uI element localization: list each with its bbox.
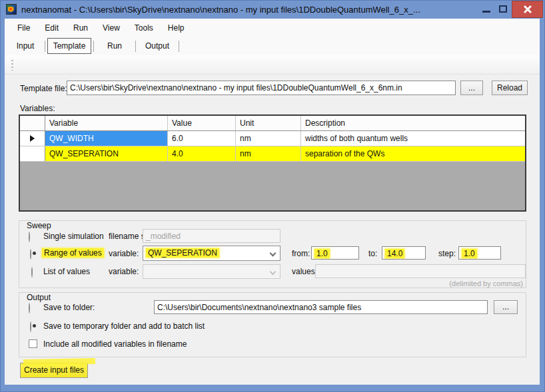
step-label: step:	[438, 249, 456, 258]
list-variable-combobox[interactable]	[143, 264, 280, 279]
menu-view[interactable]: View	[95, 21, 127, 35]
output-folder-input[interactable]: C:\Users\bir\Documents\nextnano\nextnano…	[154, 300, 488, 314]
output-group: Output Save to folder: C:\Users\bir\Docu…	[19, 292, 526, 357]
range-variable-combobox[interactable]: QW_SEPERATION	[143, 246, 280, 261]
minimize-icon	[482, 11, 490, 13]
template-file-label: Template file:	[20, 84, 67, 93]
cell-value[interactable]: 4.0	[168, 146, 236, 161]
row-selector-cell[interactable]	[20, 131, 45, 146]
menu-run[interactable]: Run	[66, 21, 95, 35]
values-label: values:	[292, 267, 317, 276]
cell-variable[interactable]: QW_WIDTH	[45, 131, 168, 146]
template-file-input[interactable]: C:\Users\bir\SkyDrive\nextnano\nextnano …	[67, 81, 456, 95]
range-of-values-label: Range of values	[42, 248, 104, 258]
tab-output[interactable]: Output	[136, 39, 179, 53]
app-window: nextnanomat - C:\Users\bir\SkyDrive\next…	[0, 0, 545, 392]
column-header-unit[interactable]: Unit	[236, 116, 301, 130]
table-row: QW_SEPERATION 4.0 nm separation of the Q…	[20, 146, 525, 162]
sweep-group-title: Sweep	[24, 221, 54, 230]
to-label: to:	[368, 249, 377, 258]
tab-separator	[45, 41, 45, 52]
column-header-description[interactable]: Description	[301, 116, 525, 130]
cell-variable[interactable]: QW_SEPERATION	[45, 146, 168, 161]
combo-arrow-icon	[270, 250, 276, 257]
tabstrip: Input Template Run Output	[5, 37, 540, 55]
save-to-temp-label: Save to temporary folder and add to batc…	[43, 321, 205, 331]
cell-value[interactable]: 6.0	[168, 131, 236, 146]
row-selector-cell[interactable]	[20, 146, 45, 161]
tab-separator	[179, 41, 179, 52]
template-browse-button[interactable]: ...	[460, 81, 483, 95]
menubar: File Edit Run View Tools Help	[5, 19, 540, 37]
window-title: nextnanomat - C:\Users\bir\SkyDrive\next…	[21, 5, 420, 15]
table-row: QW_WIDTH 6.0 nm widths of both quantum w…	[20, 131, 525, 146]
tab-template[interactable]: Template	[47, 38, 91, 54]
column-header-variable[interactable]: Variable	[45, 116, 168, 130]
cell-unit[interactable]: nm	[236, 146, 301, 161]
create-input-files-button[interactable]: Create input files	[20, 363, 88, 378]
menu-tools[interactable]: Tools	[127, 21, 161, 35]
save-to-folder-radio[interactable]	[29, 303, 30, 313]
template-tab-content: Template file: C:\Users\bir\SkyDrive\nex…	[5, 75, 540, 385]
single-simulation-radio[interactable]	[29, 232, 30, 242]
list-of-values-radio[interactable]	[31, 267, 33, 278]
to-input[interactable]: 14.0	[382, 246, 426, 260]
step-input[interactable]: 1.0	[458, 246, 501, 260]
cell-description[interactable]: widths of both quantum wells	[301, 131, 525, 146]
cell-description[interactable]: separation of the QWs	[301, 146, 525, 161]
list-variable-label: variable:	[109, 267, 139, 276]
minimize-button[interactable]	[478, 1, 495, 18]
sweep-group: Sweep Single simulation filename suffix:…	[19, 220, 526, 288]
range-of-values-radio[interactable]	[30, 249, 31, 260]
output-browse-button[interactable]: ...	[494, 300, 518, 314]
tab-input[interactable]: Input	[6, 39, 45, 53]
combo-arrow-icon	[270, 269, 276, 276]
save-to-temp-radio[interactable]	[30, 321, 31, 332]
window-controls	[478, 1, 543, 18]
row-selector-icon	[30, 135, 35, 142]
menu-help[interactable]: Help	[161, 21, 192, 35]
variables-label: Variables:	[20, 104, 55, 113]
output-group-title: Output	[24, 293, 53, 302]
menu-edit[interactable]: Edit	[37, 21, 66, 35]
from-input[interactable]: 1.0	[311, 246, 359, 260]
titlebar: nextnanomat - C:\Users\bir\SkyDrive\next…	[0, 0, 545, 19]
range-variable-value: QW_SEPERATION	[146, 248, 219, 258]
grid-header-row: Variable Value Unit Description	[20, 116, 525, 131]
maximize-icon	[499, 5, 507, 13]
toolbar	[5, 55, 540, 75]
menu-file[interactable]: File	[10, 21, 37, 35]
maximize-button[interactable]	[495, 1, 512, 18]
cell-unit[interactable]: nm	[236, 131, 301, 146]
toolbar-grip-icon[interactable]	[11, 60, 13, 71]
list-of-values-label: List of values	[43, 267, 90, 276]
from-label: from:	[292, 249, 310, 258]
values-hint: (delimited by commas)	[449, 280, 523, 288]
close-button[interactable]	[512, 1, 543, 18]
values-input[interactable]	[315, 264, 526, 278]
variables-grid: Variable Value Unit Description QW_WIDTH…	[19, 114, 526, 212]
reload-button[interactable]: Reload	[492, 81, 528, 95]
app-icon[interactable]	[6, 4, 17, 15]
tab-run[interactable]: Run	[94, 39, 135, 53]
include-variables-label: Include all modified variables in filena…	[43, 339, 187, 349]
column-header-value[interactable]: Value	[168, 116, 236, 130]
single-simulation-label: Single simulation	[43, 232, 104, 241]
filename-suffix-input[interactable]: _modified	[143, 229, 280, 243]
grid-corner-cell[interactable]	[20, 116, 45, 130]
range-variable-label: variable:	[109, 249, 139, 258]
include-variables-checkbox[interactable]	[29, 339, 37, 348]
save-to-folder-label: Save to folder:	[43, 303, 95, 312]
